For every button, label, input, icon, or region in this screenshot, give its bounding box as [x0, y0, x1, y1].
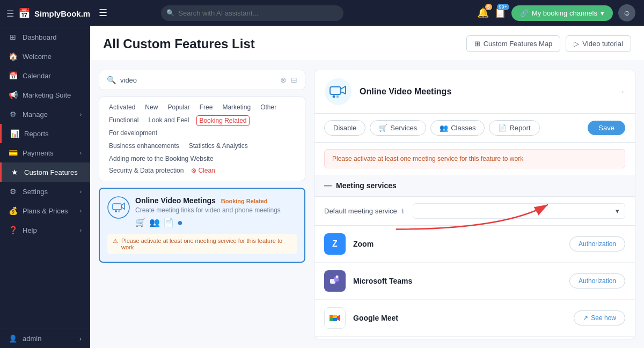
google-meet-see-how-button[interactable]: ↗ See how: [574, 310, 625, 325]
feature-search-input[interactable]: [120, 76, 276, 84]
notification-bell[interactable]: 🔔 5: [477, 7, 489, 19]
right-panel-icon: [324, 78, 352, 106]
sidebar-item-label: Settings: [23, 188, 75, 196]
report-label: Report: [509, 124, 530, 132]
filter-marketing[interactable]: Marketing: [220, 102, 253, 112]
gmeet-svg: [327, 310, 342, 325]
filter-booking-related[interactable]: Booking Related: [196, 115, 249, 126]
logo-text: SimplyBook.me: [34, 9, 95, 18]
teams-name: Microsoft Teams: [353, 277, 562, 285]
filter-booking-website[interactable]: Adding more to the Booking Website: [107, 154, 216, 164]
filter-free[interactable]: Free: [197, 102, 215, 112]
booking-channels-button[interactable]: 🔗 My booking channels ▾: [511, 5, 613, 21]
disable-button[interactable]: Disable: [324, 120, 365, 136]
feature-card-desc: Create meeting links for video and phone…: [135, 206, 297, 214]
doc-icon: 📄: [163, 217, 174, 228]
sidebar-logo[interactable]: ☰ 📅 SimplyBook.me: [0, 0, 90, 27]
filter-popular[interactable]: Popular: [165, 102, 192, 112]
video-tutorial-button[interactable]: ▷ Video tutorial: [566, 35, 631, 52]
save-button[interactable]: Save: [588, 121, 625, 135]
video-meetings-svg: [107, 196, 130, 219]
sidebar-item-label: Manage: [23, 110, 75, 119]
classes-icon: 👥: [440, 124, 448, 132]
page-header: All Custom Features List ⊞ Custom Featur…: [90, 26, 644, 61]
zoom-name: Zoom: [353, 240, 562, 248]
user-avatar[interactable]: ☺: [618, 4, 635, 21]
report-icon: 📄: [498, 124, 507, 132]
report-button[interactable]: 📄 Report: [489, 120, 539, 136]
meeting-services-header: — Meeting services: [314, 175, 635, 197]
filter-icon[interactable]: ⊟: [291, 76, 297, 84]
feature-card-info: Online Video Meetings Booking Related Cr…: [135, 196, 297, 228]
filter-look-and-feel[interactable]: Look and Feel: [146, 115, 191, 126]
default-service-select[interactable]: ▾: [413, 203, 625, 219]
sidebar-item-settings[interactable]: ⚙ Settings ›: [0, 182, 90, 201]
teams-icon: [324, 270, 346, 292]
topbar-actions: 🔔 5 📋 99+ 🔗 My booking channels ▾ ☺: [477, 4, 635, 21]
filter-statistics[interactable]: Statistics & Analytics: [187, 141, 250, 151]
manage-icon: ⚙: [9, 110, 17, 119]
filter-for-development[interactable]: For development: [107, 128, 159, 138]
sidebar-item-label: Plans & Prices: [23, 207, 75, 215]
help-icon: ❓: [9, 226, 17, 234]
sidebar-item-manage[interactable]: ⚙ Manage ›: [0, 105, 90, 124]
filter-other[interactable]: Other: [258, 102, 279, 112]
cart-icon: 🛒: [135, 217, 146, 228]
svg-point-4: [118, 210, 120, 212]
filter-row-4: Adding more to the Booking Website Secur…: [107, 154, 297, 175]
feature-card-video-meetings[interactable]: Online Video Meetings Booking Related Cr…: [99, 188, 305, 263]
feature-card-icon: [107, 196, 130, 219]
filter-clean-button[interactable]: ⊗ Clean: [191, 166, 215, 175]
marketing-icon: 📢: [9, 91, 17, 99]
sidebar-item-calendar[interactable]: 📅 Calendar: [0, 66, 90, 85]
right-panel: Online Video Meetings → Disable 🛒 Servic…: [314, 70, 635, 339]
help-arrow-icon: ›: [80, 227, 82, 233]
teams-auth-button[interactable]: Authorization: [569, 273, 625, 288]
sidebar-item-reports[interactable]: 📊 Reports: [0, 124, 90, 143]
welcome-icon: 🏠: [9, 52, 17, 61]
collapse-icon[interactable]: —: [324, 181, 332, 190]
sidebar-item-marketing[interactable]: 📢 Marketing Suite: [0, 85, 90, 105]
content-area: 🔍 ⊗ ⊟ Activated New Popular Free Marketi…: [90, 61, 644, 348]
filter-business[interactable]: Business enhancements: [107, 141, 181, 151]
classes-button[interactable]: 👥 Classes: [430, 120, 485, 136]
dashboard-icon: ⊞: [9, 33, 17, 41]
plans-icon: 💰: [9, 206, 17, 215]
filter-activated[interactable]: Activated: [107, 102, 137, 112]
services-button[interactable]: 🛒 Services: [370, 120, 426, 136]
sidebar-item-welcome[interactable]: 🏠 Welcome: [0, 47, 90, 66]
default-service-info-icon[interactable]: ℹ: [401, 208, 404, 215]
admin-icon: 👤: [9, 335, 17, 343]
sidebar-item-help[interactable]: ❓ Help ›: [0, 220, 90, 240]
filter-new[interactable]: New: [143, 102, 160, 112]
right-panel-close-icon[interactable]: →: [618, 87, 625, 96]
filter-security[interactable]: Security & Data protection: [107, 166, 186, 175]
services-icon: 🛒: [379, 124, 387, 132]
topbar-hamburger[interactable]: ☰: [99, 7, 107, 19]
custom-features-map-button[interactable]: ⊞ Custom Features Map: [466, 35, 561, 52]
clear-search-icon[interactable]: ⊗: [280, 76, 287, 84]
sidebar-item-payments[interactable]: 💳 Payments ›: [0, 143, 90, 162]
sidebar-admin[interactable]: 👤 admin ›: [0, 329, 90, 348]
active-circle-icon: ●: [177, 217, 183, 228]
search-input[interactable]: [161, 5, 343, 21]
svg-rect-11: [334, 277, 339, 282]
hamburger-icon[interactable]: ☰: [6, 9, 14, 19]
feature-card-warning: ⚠ Please activate at least one meeting s…: [107, 234, 297, 254]
sidebar-item-dashboard[interactable]: ⊞ Dashboard: [0, 27, 90, 47]
right-panel-scroll: — Meeting services Default meeting servi…: [314, 175, 635, 339]
right-panel-title: Online Video Meetings: [360, 87, 610, 97]
filter-row-1: Activated New Popular Free Marketing Oth…: [107, 102, 297, 112]
services-label: Services: [390, 124, 417, 132]
sidebar-item-label: Help: [23, 226, 75, 234]
svg-point-0: [108, 197, 129, 218]
booking-btn-label: My booking channels: [532, 9, 597, 17]
svg-point-12: [336, 276, 339, 278]
zoom-auth-button[interactable]: Authorization: [569, 236, 625, 251]
sidebar-item-custom-features[interactable]: ★ Custom Features: [0, 162, 90, 182]
tasks-icon[interactable]: 📋 99+: [494, 7, 506, 19]
feature-card-title: Online Video Meetings: [135, 196, 216, 205]
feature-card-title-row: Online Video Meetings Booking Related: [135, 196, 297, 205]
sidebar-item-plans[interactable]: 💰 Plans & Prices ›: [0, 201, 90, 220]
filter-functional[interactable]: Functional: [107, 115, 141, 126]
